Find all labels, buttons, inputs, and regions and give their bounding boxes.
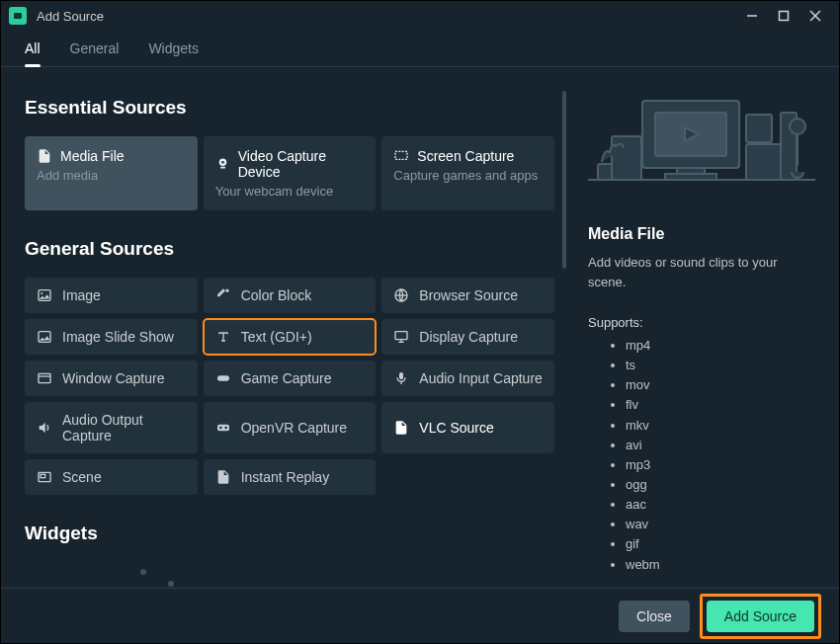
- source-category-tabs: All General Widgets: [1, 31, 839, 67]
- svg-point-24: [224, 427, 227, 430]
- source-label: Text (GDI+): [241, 329, 312, 345]
- source-label: VLC Source: [419, 420, 493, 436]
- source-scene[interactable]: Scene: [25, 459, 198, 495]
- app-icon: [9, 7, 27, 25]
- source-text-gdi[interactable]: Text (GDI+): [204, 319, 377, 355]
- source-audio-output[interactable]: Audio Output Capture: [25, 402, 198, 453]
- svg-rect-34: [746, 115, 772, 142]
- source-color-block[interactable]: Color Block: [204, 278, 377, 313]
- svg-rect-39: [612, 136, 641, 180]
- format-item: avi: [626, 436, 817, 455]
- supported-formats-list: mp4 ts mov flv mkv avi mp3 ogg aac wav g…: [588, 336, 817, 575]
- svg-rect-26: [41, 474, 45, 477]
- source-vlc[interactable]: VLC Source: [381, 402, 554, 453]
- color-block-icon: [215, 287, 231, 303]
- source-label: Instant Replay: [241, 469, 330, 485]
- format-item: ts: [626, 356, 817, 375]
- essential-title: Media File: [60, 148, 125, 164]
- source-browser[interactable]: Browser Source: [381, 278, 554, 313]
- source-label: Game Capture: [241, 370, 332, 386]
- essential-sources-grid: Media File Add media Video Capture Devic…: [25, 136, 554, 210]
- essential-screen-capture[interactable]: Screen Capture Capture games and apps: [381, 136, 554, 210]
- tab-widgets[interactable]: Widgets: [148, 40, 199, 66]
- source-audio-input[interactable]: Audio Input Capture: [381, 361, 554, 396]
- svg-rect-8: [395, 151, 407, 159]
- replay-icon: [215, 469, 231, 485]
- slideshow-icon: [37, 329, 52, 345]
- file-icon: [393, 420, 409, 436]
- scene-icon: [37, 469, 52, 485]
- svg-point-23: [219, 427, 222, 430]
- tab-general[interactable]: General: [70, 40, 120, 66]
- svg-rect-17: [39, 373, 50, 382]
- svg-rect-7: [220, 167, 225, 169]
- source-label: Browser Source: [419, 287, 518, 303]
- svg-point-37: [790, 119, 805, 134]
- source-label: Image Slide Show: [62, 329, 174, 345]
- dialog-body: Essential Sources Media File Add media: [1, 67, 839, 588]
- gamepad-icon: [215, 370, 231, 386]
- essential-title: Screen Capture: [417, 148, 514, 164]
- format-item: wav: [626, 515, 817, 534]
- source-label: Window Capture: [62, 370, 165, 386]
- source-list-panel: Essential Sources Media File Add media: [1, 67, 570, 588]
- vr-icon: [215, 420, 231, 436]
- add-source-button[interactable]: Add Source: [707, 601, 814, 632]
- svg-rect-2: [780, 12, 789, 21]
- detail-panel: Media File Add videos or sound clips to …: [570, 67, 839, 588]
- close-button[interactable]: Close: [619, 601, 690, 632]
- format-item: ogg: [626, 475, 817, 495]
- format-item: flv: [626, 395, 817, 415]
- source-label: Audio Input Capture: [419, 370, 543, 386]
- format-item: mov: [626, 375, 817, 395]
- source-openvr[interactable]: OpenVR Capture: [204, 402, 377, 453]
- image-icon: [37, 287, 52, 303]
- general-heading: General Sources: [25, 238, 554, 260]
- webcam-icon: [215, 156, 230, 172]
- source-display-capture[interactable]: Display Capture: [381, 319, 554, 355]
- essential-sub: Add media: [37, 168, 186, 183]
- format-item: mp4: [626, 336, 817, 356]
- window-title: Add Source: [37, 9, 736, 24]
- detail-illustration: [588, 83, 817, 211]
- source-window-capture[interactable]: Window Capture: [25, 361, 198, 396]
- minimize-button[interactable]: [736, 4, 768, 28]
- svg-point-28: [169, 582, 173, 586]
- source-image[interactable]: Image: [25, 278, 198, 313]
- file-icon: [37, 148, 52, 164]
- essential-media-file[interactable]: Media File Add media: [25, 136, 198, 210]
- supports-label: Supports:: [588, 315, 817, 330]
- svg-rect-0: [14, 13, 22, 19]
- source-image-slideshow[interactable]: Image Slide Show: [25, 319, 198, 355]
- detail-description: Add videos or sound clips to your scene.: [588, 253, 817, 291]
- source-label: Audio Output Capture: [62, 412, 186, 443]
- speaker-icon: [37, 420, 52, 436]
- svg-rect-22: [217, 425, 229, 432]
- svg-point-10: [41, 292, 42, 294]
- source-label: Display Capture: [419, 329, 518, 345]
- screen-capture-icon: [393, 148, 409, 164]
- format-item: webm: [626, 555, 817, 575]
- source-instant-replay[interactable]: Instant Replay: [204, 459, 377, 495]
- general-sources-grid: Image Color Block Browser Source Image S…: [25, 278, 554, 495]
- maximize-button[interactable]: [768, 4, 799, 28]
- source-label: Image: [62, 287, 101, 303]
- close-window-button[interactable]: [799, 4, 831, 28]
- svg-point-27: [141, 570, 145, 574]
- globe-icon: [393, 287, 409, 303]
- svg-point-6: [221, 161, 224, 164]
- add-source-window: Add Source All General Widgets Essential…: [0, 0, 840, 644]
- monitor-icon: [393, 329, 409, 345]
- add-source-highlight: Add Source: [700, 594, 821, 639]
- format-item: mkv: [626, 416, 817, 436]
- source-label: Scene: [62, 469, 102, 485]
- essential-video-capture[interactable]: Video Capture Device Your webcam device: [204, 136, 377, 210]
- svg-rect-20: [399, 372, 403, 379]
- source-game-capture[interactable]: Game Capture: [204, 361, 377, 396]
- format-item: mp3: [626, 455, 817, 475]
- format-item: gif: [626, 534, 817, 554]
- tab-all[interactable]: All: [25, 40, 41, 66]
- widgets-heading: Widgets: [25, 523, 554, 544]
- svg-rect-19: [217, 375, 229, 380]
- essential-sub: Capture games and apps: [393, 168, 543, 183]
